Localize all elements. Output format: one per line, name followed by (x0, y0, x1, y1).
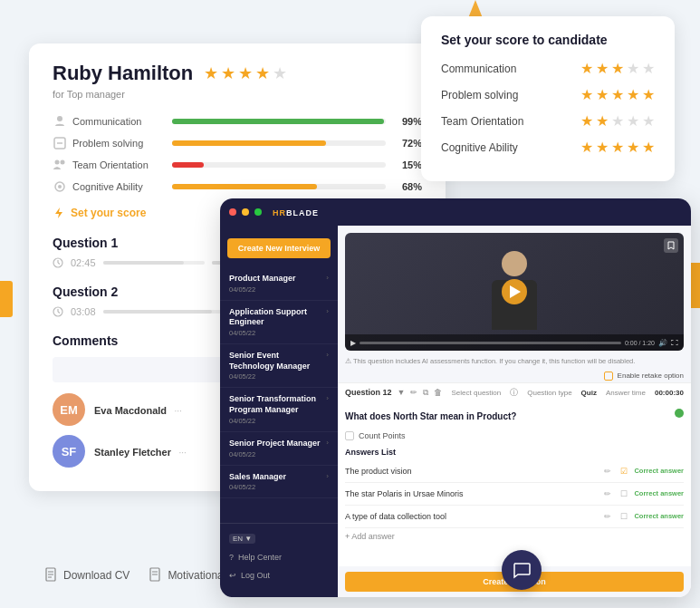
count-points-checkbox[interactable] (345, 431, 354, 440)
answer-text-0: The product vision (345, 467, 596, 476)
answer-text-1: The star Polaris in Ursae Minoris (345, 489, 596, 498)
stars-team-orientation[interactable]: ★ ★ ★ ★ ★ (580, 112, 655, 130)
video-play-icon[interactable]: ▶ (350, 339, 356, 347)
profile-star-1: ★ (204, 63, 218, 83)
skill-label-cognitive-ability: Cognitive Ability (72, 181, 172, 192)
sidebar-title-app-support: Application Support Engineer (229, 307, 329, 328)
skill-team-orientation: Team Orientation 15% (53, 158, 422, 172)
sidebar-arrow-3: › (326, 351, 329, 359)
answer-row-0: The product vision ✏ ☑ Correct answer (345, 460, 684, 483)
answer-edit-1[interactable]: ✏ (601, 487, 614, 500)
clock-icon-q2 (53, 306, 63, 317)
answer-edit-0[interactable]: ✏ (601, 465, 614, 478)
download-cv-label: Download CV (63, 569, 129, 582)
skill-bar-cognitive-ability (172, 184, 386, 189)
win-dot-green[interactable] (254, 208, 262, 216)
stars-communication[interactable]: ★ ★ ★ ★ ★ (580, 60, 655, 77)
score-row-problem-solving: Problem solving ★ ★ ★ ★ ★ (441, 86, 655, 103)
deco-left-bar (0, 281, 13, 317)
skill-label-communication: Communication (72, 116, 172, 127)
skill-fill-cognitive-ability (172, 184, 317, 189)
video-bookmark-icon[interactable] (664, 238, 678, 253)
profile-header: Ruby Hamilton ★ ★ ★ ★ ★ (53, 62, 422, 85)
cognitive-ability-icon (53, 179, 67, 194)
help-center-link[interactable]: ? Help Center (220, 548, 338, 566)
video-progress-bar[interactable] (360, 342, 621, 344)
profile-star-2: ★ (221, 63, 235, 83)
star-1: ★ (580, 139, 593, 156)
sidebar-sub-transformation: 04/05/22 (229, 417, 329, 425)
logout-link[interactable]: ↩ Log Out (220, 566, 338, 584)
answers-list-title: Answers List (345, 444, 684, 457)
star-3: ★ (611, 86, 624, 103)
win-dot-red[interactable] (229, 208, 236, 216)
win-dot-yellow[interactable] (242, 208, 249, 216)
svg-point-3 (55, 160, 60, 165)
app-titlebar: HRBLADE (220, 198, 691, 226)
star-2: ★ (596, 139, 609, 156)
sidebar-item-event-tech[interactable]: › Senior Event Technology Manager 04/05/… (220, 344, 338, 388)
question-type-val: Quiz (581, 389, 597, 397)
skill-pct-communication: 99% (395, 116, 422, 127)
score-label-cognitive-ability: Cognitive Ability (441, 141, 550, 154)
question-copy-icon[interactable]: ⧉ (423, 388, 428, 398)
sidebar-arrow-2: › (326, 307, 329, 315)
add-answer-button[interactable]: + Add answer (345, 528, 684, 545)
answer-edit-2[interactable]: ✏ (601, 510, 614, 523)
star-1: ★ (580, 112, 593, 130)
score-card-title: Set your score to candidate (441, 33, 655, 47)
sidebar-title-transformation: Senior Transformation Program Manager (229, 394, 329, 415)
star-2: ★ (596, 112, 609, 130)
answer-checkbox-2[interactable]: ☐ (618, 510, 630, 523)
question-edit-icon[interactable]: ✏ (410, 388, 417, 397)
skill-label-team-orientation: Team Orientation (72, 159, 172, 170)
video-fullscreen-icon[interactable]: ⛶ (671, 339, 678, 347)
comment-name-eva: Eva Macdonald ··· (94, 401, 182, 418)
person-head (502, 251, 527, 276)
sidebar-sub-project-manager: 04/05/22 (229, 450, 329, 458)
question-dropdown-icon[interactable]: ▼ (398, 388, 406, 397)
lightning-icon (53, 207, 65, 219)
answer-checkbox-0[interactable]: ☑ (618, 465, 630, 478)
download-cv-button[interactable]: Download CV (45, 567, 129, 583)
sidebar-item-app-support[interactable]: › Application Support Engineer 04/05/22 (220, 301, 338, 344)
skill-pct-cognitive-ability: 68% (395, 181, 422, 192)
app-body: Create New Interview › Product Manager 0… (220, 226, 691, 597)
answer-icons-0: ✏ ☑ Correct answer (601, 465, 684, 478)
stars-problem-solving[interactable]: ★ ★ ★ ★ ★ (580, 86, 655, 103)
skill-communication: Communication 99% (53, 114, 422, 129)
team-orientation-icon (53, 158, 67, 172)
svg-point-6 (58, 185, 62, 188)
retake-checkbox[interactable] (604, 372, 613, 381)
retake-row: Enable retake option (338, 370, 691, 382)
create-interview-button[interactable]: Create New Interview (227, 238, 331, 258)
lang-badge: EN ▼ (229, 534, 255, 544)
chat-bubble-button[interactable] (502, 550, 542, 590)
profile-star-4: ★ (255, 63, 270, 83)
answers-area: Answers List The product vision ✏ ☑ Corr… (338, 444, 691, 567)
answer-checkbox-1[interactable]: ☐ (618, 487, 630, 500)
stars-cognitive-ability[interactable]: ★ ★ ★ ★ ★ (580, 139, 655, 156)
answer-time-label: Answer time (606, 389, 646, 397)
sidebar-item-transformation[interactable]: › Senior Transformation Program Manager … (220, 388, 338, 431)
sidebar-item-sales-manager[interactable]: › Sales Manager 04/05/22 (220, 466, 338, 499)
sidebar-sub-product-manager: 04/05/22 (229, 285, 329, 294)
video-play-button[interactable] (502, 279, 527, 304)
star-5: ★ (642, 139, 655, 156)
sidebar-arrow-1: › (326, 274, 329, 282)
question-text: What does North Star mean in Product? (345, 411, 516, 421)
question-delete-icon[interactable]: 🗑 (434, 388, 442, 397)
answer-row-2: A type of data collection tool ✏ ☐ Corre… (345, 506, 684, 528)
star-3: ★ (611, 139, 624, 156)
avatar-stanley: SF (53, 435, 85, 468)
star-1: ★ (580, 86, 593, 103)
correct-badge-0: Correct answer (634, 467, 684, 475)
sidebar-arrow-6: › (326, 472, 329, 480)
sidebar-item-product-manager[interactable]: › Product Manager 04/05/22 (220, 267, 338, 301)
video-volume-icon[interactable]: 🔊 (658, 339, 667, 347)
correct-badge-1: Correct answer (634, 489, 684, 497)
language-selector[interactable]: EN ▼ (220, 529, 338, 548)
sidebar-title-sales-manager: Sales Manager (229, 472, 329, 483)
sidebar-item-project-manager[interactable]: › Senior Project Manager 04/05/22 (220, 432, 338, 466)
status-dot (675, 409, 684, 418)
